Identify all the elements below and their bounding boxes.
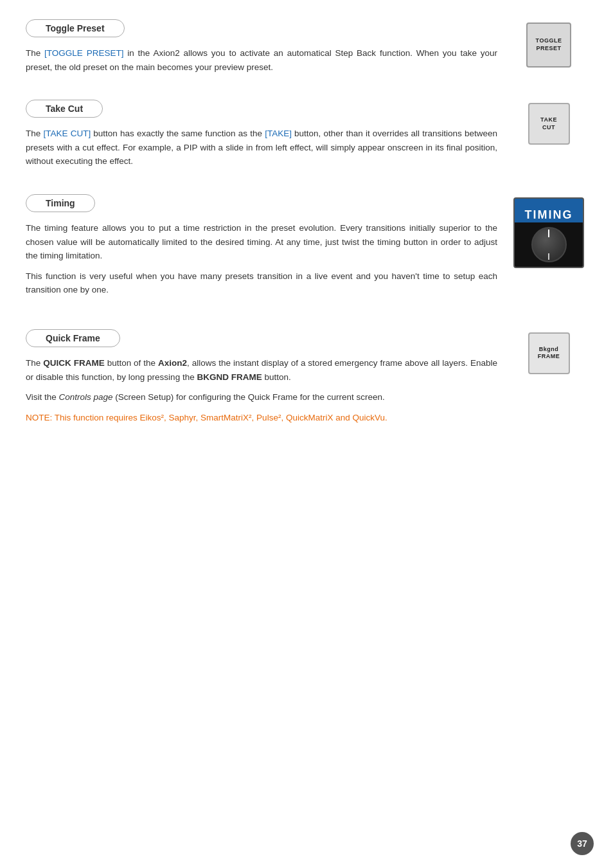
quick-frame-body: The QUICK FRAME button of the Axion2, al… <box>26 356 497 424</box>
take-highlight: [TAKE] <box>265 129 292 138</box>
timing-section: Timing The timing feature allows you to … <box>26 194 587 303</box>
quick-frame-content: Quick Frame The QUICK FRAME button of th… <box>26 329 510 431</box>
timing-image: TIMING <box>510 194 587 303</box>
quick-frame-note: NOTE: This function requires Eikos², Sap… <box>26 411 497 425</box>
take-cut-title: Take Cut <box>26 100 103 118</box>
timing-knob <box>531 227 567 262</box>
page-number: 37 <box>571 832 594 855</box>
quick-frame-title: Quick Frame <box>26 329 120 347</box>
toggle-preset-content: Toggle Preset The [TOGGLE PRESET] in the… <box>26 19 510 80</box>
toggle-preset-section: Toggle Preset The [TOGGLE PRESET] in the… <box>26 19 587 80</box>
toggle-preset-highlight: [TOGGLE PRESET] <box>44 48 123 58</box>
timing-button: TIMING <box>513 197 584 268</box>
take-cut-image: TAKE CUT <box>510 100 587 175</box>
bkgnd-bold: BKGND FRAME <box>197 372 262 382</box>
timing-body: The timing feature allows you to put a t… <box>26 221 497 297</box>
axion2-bold: Axion2 <box>158 358 187 368</box>
quick-frame-bold: QUICK FRAME <box>43 358 104 368</box>
toggle-preset-title: Toggle Preset <box>26 19 125 37</box>
toggle-preset-button: TOGGLE PRESET <box>526 23 571 68</box>
take-cut-content: Take Cut The [TAKE CUT] button has exact… <box>26 100 510 175</box>
take-cut-button: TAKE CUT <box>528 103 570 145</box>
timing-knob-indicator <box>548 253 549 260</box>
take-cut-section: Take Cut The [TAKE CUT] button has exact… <box>26 100 587 175</box>
timing-knob-line <box>548 230 549 237</box>
controls-page-italic: Controls page <box>59 392 113 402</box>
quick-frame-image: Bkgnd FRAME <box>510 329 587 431</box>
take-cut-highlight: [TAKE CUT] <box>43 129 91 138</box>
timing-content: Timing The timing feature allows you to … <box>26 194 510 303</box>
timing-title: Timing <box>26 194 95 212</box>
toggle-preset-image: TOGGLE PRESET <box>510 19 587 80</box>
toggle-preset-body: The [TOGGLE PRESET] in the Axion2 allows… <box>26 46 497 74</box>
take-cut-body: The [TAKE CUT] button has exactly the sa… <box>26 127 497 168</box>
bkgnd-frame-button: Bkgnd FRAME <box>528 332 570 374</box>
quick-frame-section: Quick Frame The QUICK FRAME button of th… <box>26 329 587 431</box>
